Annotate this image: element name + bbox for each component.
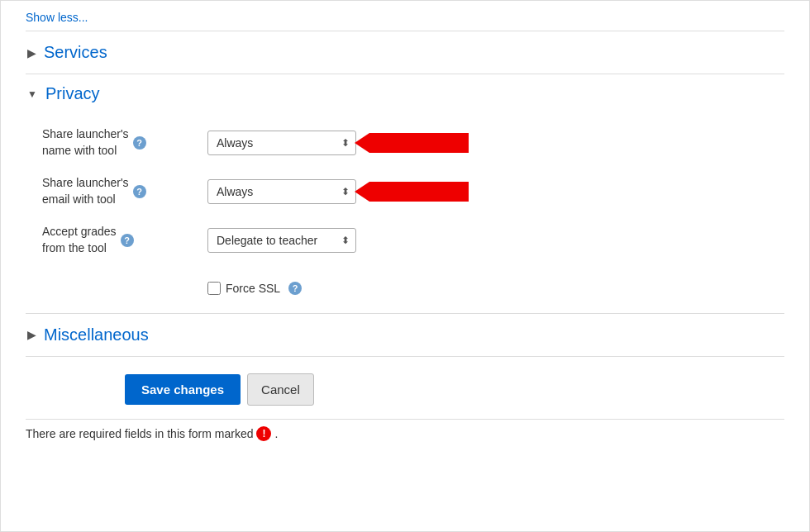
- accept-grades-help-icon[interactable]: ?: [121, 234, 134, 247]
- red-arrow-shape-2: [369, 182, 469, 202]
- share-name-label: Share launcher'sname with tool: [42, 126, 129, 159]
- misc-section-header[interactable]: ▶ Miscellaneous: [26, 314, 784, 357]
- privacy-section-body: Share launcher'sname with tool ? Always …: [26, 113, 784, 314]
- share-name-help-icon[interactable]: ?: [133, 136, 146, 150]
- services-section-header[interactable]: ▶ Services: [26, 31, 784, 74]
- share-name-label-group: Share launcher'sname with tool ?: [42, 126, 207, 159]
- accept-grades-label-group: Accept gradesfrom the tool ?: [42, 224, 207, 256]
- share-name-select[interactable]: Always Never Ask: [207, 131, 356, 155]
- misc-section-title: Miscellaneous: [44, 325, 149, 344]
- share-name-red-arrow: [369, 133, 469, 153]
- required-notice-text-after: .: [274, 427, 278, 440]
- red-arrow-shape-1: [369, 133, 469, 153]
- main-content: Show less... ▶ Services ▼ Privacy Share …: [26, 1, 784, 471]
- services-section-title: Services: [44, 43, 107, 62]
- share-email-red-arrow: [369, 182, 469, 202]
- accept-grades-label: Accept gradesfrom the tool: [42, 224, 117, 256]
- privacy-toggle-icon: ▼: [26, 88, 39, 101]
- services-toggle-icon: ▶: [26, 47, 37, 59]
- force-ssl-checkbox[interactable]: [207, 282, 221, 295]
- share-email-select[interactable]: Always Never Ask: [207, 179, 356, 204]
- accept-grades-select[interactable]: Delegate to teacher Yes No: [207, 228, 356, 253]
- privacy-section: ▼ Privacy Share launcher'sname with tool…: [26, 74, 784, 314]
- required-notice-text-before: There are required fields in this form m…: [26, 427, 253, 440]
- cancel-button[interactable]: Cancel: [247, 373, 314, 406]
- share-email-label-group: Share launcher'semail with tool ?: [42, 175, 207, 207]
- accept-grades-row: Accept gradesfrom the tool ? Delegate to…: [42, 224, 784, 256]
- share-email-select-wrapper: Always Never Ask: [207, 179, 356, 204]
- share-name-select-wrapper: Always Never Ask: [207, 131, 356, 155]
- force-ssl-help-icon[interactable]: ?: [288, 282, 302, 295]
- buttons-area: Save changes Cancel: [26, 357, 784, 419]
- share-email-help-icon[interactable]: ?: [133, 185, 146, 198]
- privacy-section-title: Privacy: [45, 84, 100, 103]
- privacy-section-header[interactable]: ▼ Privacy: [26, 74, 784, 113]
- share-email-row: Share launcher'semail with tool ? Always…: [42, 175, 784, 207]
- force-ssl-row: Force SSL ?: [42, 273, 784, 300]
- required-exclamation-icon: !: [256, 426, 271, 441]
- share-email-label: Share launcher'semail with tool: [42, 175, 129, 207]
- page-container: Show less... ▶ Services ▼ Privacy Share …: [0, 0, 810, 532]
- show-less-link[interactable]: Show less...: [26, 1, 784, 31]
- accept-grades-select-wrapper: Delegate to teacher Yes No: [207, 228, 356, 253]
- share-name-row: Share launcher'sname with tool ? Always …: [42, 126, 784, 159]
- required-notice: There are required fields in this form m…: [26, 419, 784, 454]
- force-ssl-label: Force SSL: [226, 282, 280, 295]
- save-button[interactable]: Save changes: [125, 374, 241, 405]
- misc-toggle-icon: ▶: [26, 329, 37, 340]
